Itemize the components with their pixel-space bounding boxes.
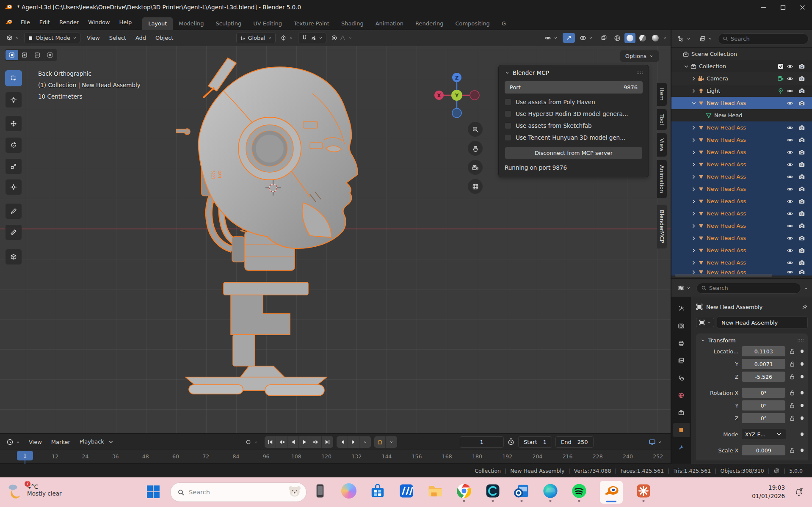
chevron-down-icon[interactable] <box>505 70 510 75</box>
taskbar-app-movies-app[interactable] <box>398 481 414 504</box>
properties-search-input[interactable] <box>709 285 796 291</box>
grid-ortho-button[interactable] <box>468 179 483 194</box>
workspace-tab-texture-paint[interactable]: Texture Paint <box>288 17 335 30</box>
notification-bell-icon[interactable] <box>794 488 804 497</box>
object-name-field[interactable]: New Head Assembly <box>717 317 808 328</box>
transform-value-field[interactable]: 0.009 <box>742 445 785 455</box>
gizmos-toggle[interactable] <box>563 33 575 43</box>
eye-icon[interactable] <box>784 247 796 254</box>
render-visibility-camera-icon[interactable] <box>796 259 808 266</box>
transform-value-field[interactable]: 0° <box>742 400 785 411</box>
eye-icon[interactable] <box>784 63 796 70</box>
render-visibility-camera-icon[interactable] <box>796 174 808 180</box>
render-visibility-camera-icon[interactable] <box>796 223 808 229</box>
render-visibility-camera-icon[interactable] <box>796 63 808 70</box>
chevron-right-icon[interactable] <box>690 186 698 193</box>
outliner-row[interactable]: New Head Ass <box>671 97 812 109</box>
outliner-row[interactable]: New Head Ass <box>671 134 812 146</box>
workspace-tab-geometry-nodes[interactable]: Geometry Nodes <box>496 17 506 30</box>
timeline-menu-marker[interactable]: Marker <box>47 437 75 447</box>
chevron-down-icon[interactable] <box>700 338 705 343</box>
loop-icon[interactable] <box>374 436 386 448</box>
maximize-button[interactable] <box>773 0 793 14</box>
eye-icon[interactable] <box>784 161 796 168</box>
outliner-row[interactable]: New Head Ass <box>671 207 812 220</box>
sidebar-tab-animation[interactable]: Animation <box>657 160 667 198</box>
lock-icon[interactable] <box>789 348 795 355</box>
3d-viewport[interactable]: 5223 DAN Back Orthographic (1) Collectio… <box>0 46 671 433</box>
tool-measure-button[interactable] <box>5 224 22 240</box>
checkbox-icon[interactable] <box>505 122 511 129</box>
chevron-right-icon[interactable] <box>690 198 698 205</box>
chevron-right-icon[interactable] <box>690 75 698 82</box>
options-button[interactable]: Options <box>620 50 659 62</box>
shading-material-button[interactable] <box>637 33 648 43</box>
eye-icon[interactable] <box>784 210 796 217</box>
chevron-right-icon[interactable] <box>690 247 698 254</box>
shading-rendered-button[interactable] <box>650 33 661 43</box>
menu-file[interactable]: File <box>16 17 35 28</box>
chevron-down-icon[interactable] <box>682 63 690 70</box>
stopwatch-icon[interactable] <box>507 438 515 446</box>
camera-view-button[interactable] <box>468 160 483 175</box>
chevron-right-icon[interactable] <box>690 259 698 266</box>
lock-icon[interactable] <box>789 415 795 422</box>
play-reverse-button[interactable] <box>287 436 299 448</box>
transform-value-field[interactable]: 0° <box>742 388 785 398</box>
viewport-menu-view[interactable]: View <box>82 33 105 43</box>
properties-editor-type-button[interactable] <box>675 283 694 293</box>
sidebar-tab-item[interactable]: Item <box>657 83 667 106</box>
render-visibility-camera-icon[interactable] <box>796 149 808 156</box>
outliner-row[interactable]: New Head Ass <box>671 256 812 269</box>
outliner-row[interactable]: Scene Collection <box>671 48 812 60</box>
properties-tab-object[interactable] <box>673 423 690 437</box>
timeline-menu-view[interactable]: View <box>24 437 47 447</box>
step-forward-button[interactable] <box>348 436 359 448</box>
tool-move-button[interactable] <box>5 116 22 132</box>
chevron-right-icon[interactable] <box>690 88 698 94</box>
menu-render[interactable]: Render <box>55 17 83 28</box>
workspace-tab-shading[interactable]: Shading <box>335 17 370 30</box>
start-button[interactable] <box>146 485 160 499</box>
taskbar-search[interactable] <box>170 482 307 502</box>
taskbar-app-microsoft-store[interactable] <box>370 481 386 504</box>
outliner-row[interactable]: New Head <box>671 109 812 121</box>
transform-value-field[interactable]: 0.0071 <box>742 359 785 369</box>
panel-grip-icon[interactable] <box>636 69 643 76</box>
zoom-button[interactable] <box>468 122 483 137</box>
chevron-down-icon[interactable] <box>386 436 397 448</box>
chevron-right-icon[interactable] <box>690 174 698 180</box>
viewport-menu-select[interactable]: Select <box>105 33 131 43</box>
render-visibility-camera-icon[interactable] <box>796 198 808 205</box>
select-invert-button[interactable] <box>44 50 56 60</box>
animate-dot[interactable] <box>801 391 804 394</box>
eye-icon[interactable] <box>784 259 796 266</box>
workspace-tab-sculpting[interactable]: Sculpting <box>210 17 247 30</box>
properties-tab-render[interactable] <box>673 319 690 333</box>
xray-toggle[interactable] <box>598 33 610 43</box>
eye-icon[interactable] <box>784 124 796 131</box>
proportional-edit-icon[interactable] <box>331 35 337 41</box>
taskbar-app-copilot[interactable] <box>341 481 357 504</box>
lock-icon[interactable] <box>789 373 795 380</box>
chevron-right-icon[interactable] <box>690 149 698 156</box>
end-frame-field[interactable]: End250 <box>555 436 594 448</box>
chevron-right-icon[interactable] <box>690 137 698 143</box>
render-visibility-camera-icon[interactable] <box>796 161 808 168</box>
tool-add-cube-button[interactable] <box>5 249 22 265</box>
sidebar-tab-blendermcp[interactable]: BlenderMCP <box>657 204 667 249</box>
eye-icon[interactable] <box>784 174 796 180</box>
outliner-row[interactable]: New Head Ass <box>671 244 812 256</box>
taskbar-search-input[interactable] <box>189 489 282 496</box>
screen-sync-icon[interactable] <box>649 438 656 446</box>
transform-value-field[interactable]: 0° <box>742 413 785 423</box>
workspace-tab-rendering[interactable]: Rendering <box>409 17 449 30</box>
animate-dot[interactable] <box>801 362 804 366</box>
blender-app-menu[interactable] <box>0 18 16 26</box>
render-visibility-camera-icon[interactable] <box>796 137 808 143</box>
animate-dot[interactable] <box>801 404 804 407</box>
taskbar-app-outlook[interactable] <box>514 481 530 504</box>
mode-dropdown[interactable]: Object Mode <box>24 33 80 43</box>
eye-icon[interactable] <box>784 235 796 242</box>
current-frame-field[interactable]: 1 <box>460 436 504 448</box>
